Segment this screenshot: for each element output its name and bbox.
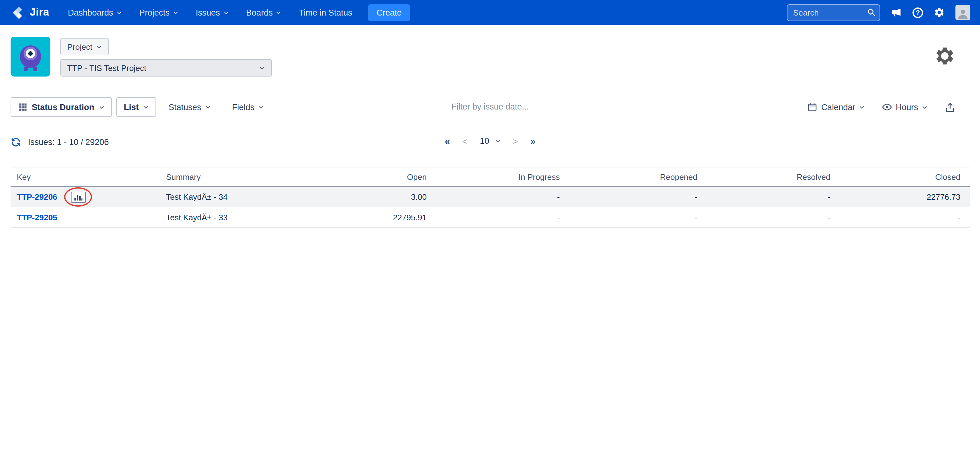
chevron-down-icon [276,10,282,15]
chevron-down-icon [97,44,102,49]
search-icon[interactable] [867,8,876,16]
issues-summary-row-top: Issues: 1 - 10 / 29206 « < 10 > » [0,131,980,157]
col-in-progress[interactable]: In Progress [429,172,562,181]
refresh-icon[interactable] [11,137,21,147]
nav-label: Projects [139,8,170,17]
col-reopened[interactable]: Reopened [562,172,700,181]
nav-label: Issues [196,8,220,17]
grid-icon [18,102,27,112]
chevron-down-icon [173,10,178,15]
view-mode-label: List [124,102,139,112]
nav-item-dashboards[interactable]: Dashboards [68,8,122,17]
col-summary[interactable]: Summary [160,172,317,181]
cell-resolved: - [700,212,833,222]
jira-logo[interactable]: Jira [13,6,49,19]
chevron-down-icon [495,138,500,144]
row-chart-annotation [71,191,86,203]
search-input[interactable] [787,4,880,21]
calendar-label: Calendar [821,102,855,112]
chevron-down-icon [258,104,264,110]
pagination-top: « < 10 > » [445,136,536,146]
gear-icon[interactable] [934,7,945,18]
nav-search [787,4,880,21]
cell-in-progress: - [429,212,562,222]
issue-summary: Test KaydÄ± - 33 [160,212,317,222]
issues-count-label: Issues: 1 - 10 / 29206 [28,137,109,147]
user-avatar[interactable] [955,5,970,20]
col-closed[interactable]: Closed [833,172,970,181]
issue-summary: Test KaydÄ± - 34 [160,192,317,202]
col-resolved[interactable]: Resolved [700,172,833,181]
cell-reopened: - [562,212,700,222]
col-open[interactable]: Open [317,172,429,181]
calendar-dropdown[interactable]: Calendar [807,97,865,117]
nav-item-projects[interactable]: Projects [139,8,178,17]
statuses-label: Statuses [169,102,201,112]
nav-item-time-in-status[interactable]: Time in Status [299,8,352,17]
page-size-select[interactable]: 10 [480,136,500,145]
fields-dropdown[interactable]: Fields [232,97,264,117]
chevron-down-icon [259,65,265,71]
chevron-down-icon [859,104,865,110]
export-icon[interactable] [945,102,955,112]
chevron-down-icon [205,104,210,110]
help-icon[interactable]: ? [913,7,923,18]
chevron-down-icon [143,104,149,110]
cell-in-progress: - [429,192,562,202]
table-header: Key Summary Open In Progress Reopened Re… [11,167,970,187]
project-scope-button[interactable]: Project [60,38,109,55]
project-avatar[interactable] [11,37,50,77]
issue-table-body: TTP-29206 Test KaydÄ± - 34 3.00 - - - 22… [11,187,970,229]
chevron-down-icon [922,104,928,110]
settings-gear-icon[interactable] [934,45,955,67]
jira-logo-icon [13,6,25,19]
issue-key-link[interactable]: TTP-29205 [17,212,57,222]
issue-key-link[interactable]: TTP-29206 [17,192,57,202]
issue-date-filter[interactable]: Filter by issue date... [451,102,529,112]
brand-text: Jira [30,6,49,19]
col-key[interactable]: Key [11,172,160,181]
cell-closed: - [833,212,970,222]
project-header: Project TTP - TIS Test Project [0,25,980,93]
report-type-button[interactable]: Status Duration [11,97,111,117]
cell-closed: 22776.73 [833,192,970,202]
top-nav: Jira Dashboards Projects Issues Boards T… [0,0,980,25]
fields-label: Fields [232,102,255,112]
next-page-button[interactable]: > [513,136,518,146]
bar-chart-icon[interactable] [71,191,86,203]
cell-open: 3.00 [317,192,429,202]
calendar-icon [807,102,817,112]
nav-item-issues[interactable]: Issues [196,8,229,17]
hours-label: Hours [896,102,918,112]
last-page-button[interactable]: » [530,136,536,146]
feedback-megaphone-icon[interactable] [891,7,902,18]
nav-item-boards[interactable]: Boards [246,8,282,17]
chevron-down-icon [116,10,122,15]
project-select[interactable]: TTP - TIS Test Project [60,59,272,77]
table-row[interactable]: TTP-29204 Test KaydÄ± - 32 15.83 22798.8… [11,228,970,229]
view-mode-button[interactable]: List [116,97,156,117]
create-button[interactable]: Create [368,4,410,21]
issue-table: Key Summary Open In Progress Reopened Re… [11,167,970,229]
page-size-value: 10 [480,136,489,145]
first-page-button[interactable]: « [445,136,450,146]
chevron-down-icon [223,10,229,15]
chevron-down-icon [99,104,104,110]
statuses-dropdown[interactable]: Statuses [169,97,210,117]
nav-label: Dashboards [68,8,113,17]
nav-menu: Dashboards Projects Issues Boards Time i… [68,8,352,17]
eye-icon [882,102,892,112]
nav-right: ? [787,4,970,21]
cell-open: 22795.91 [317,212,429,222]
hours-dropdown[interactable]: Hours [882,97,928,117]
table-row[interactable]: TTP-29206 Test KaydÄ± - 34 3.00 - - - 22… [11,187,970,207]
report-type-label: Status Duration [32,102,94,112]
nav-label: Boards [246,8,273,17]
cell-reopened: - [562,192,700,202]
prev-page-button[interactable]: < [463,136,468,146]
report-toolbar: Status Duration List Statuses Fields Fil… [0,93,980,122]
cell-resolved: - [700,192,833,202]
project-select-value: TTP - TIS Test Project [67,63,146,72]
table-row[interactable]: TTP-29205 Test KaydÄ± - 33 22795.91 - - … [11,207,970,228]
nav-label: Time in Status [299,8,352,17]
